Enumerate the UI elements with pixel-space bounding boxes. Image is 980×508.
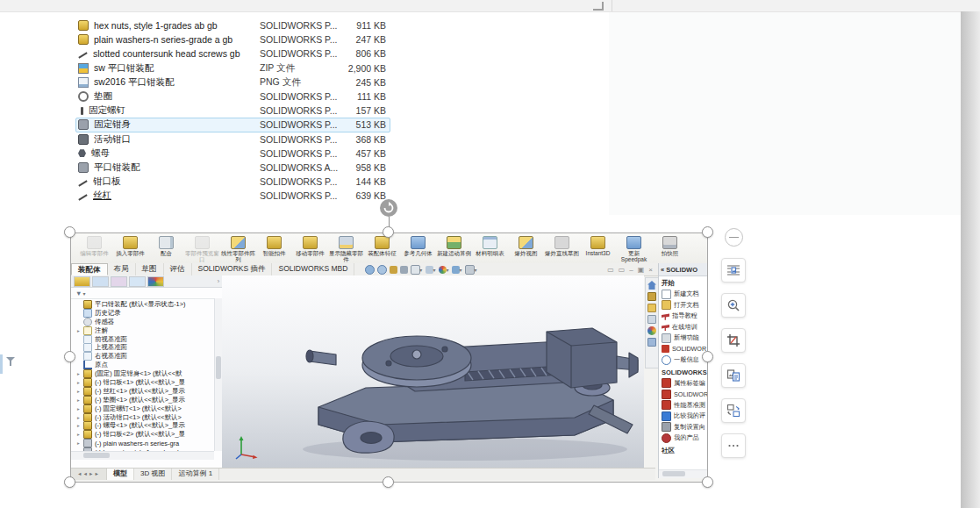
sw-headsup-button[interactable] — [377, 265, 386, 275]
view-palette-icon[interactable] — [647, 315, 656, 324]
file-row[interactable]: 固定钳身 SOLIDWORKS P... 513 KB — [75, 118, 390, 132]
expand-arrow-icon[interactable]: ▸ — [77, 440, 83, 446]
file-row[interactable]: 固定螺钉 SOLIDWORKS P... 157 KB — [75, 104, 390, 118]
file-explorer-icon[interactable] — [647, 304, 656, 312]
bottom-tab[interactable]: 运动算例 1 — [172, 469, 219, 480]
resize-handle-middle-left[interactable] — [64, 351, 75, 362]
sw-ribbon-tab[interactable]: 装配体 — [71, 263, 108, 275]
resize-handle-top-left[interactable] — [64, 226, 75, 238]
sw-headsup-button[interactable]: ▾ — [452, 266, 461, 274]
tree-item[interactable]: 原点 — [71, 361, 222, 369]
taskpane-item[interactable]: 新建文档 — [659, 289, 707, 300]
expand-arrow-icon[interactable]: ▸ — [77, 397, 83, 403]
sw-headsup-button[interactable]: ▾ — [411, 265, 422, 275]
sw-headsup-button[interactable] — [390, 266, 397, 274]
tree-item[interactable]: 右视基准面 — [71, 352, 222, 361]
sw-window-control-button[interactable]: ▭ — [619, 266, 626, 274]
file-row[interactable]: 平口钳装配 SOLIDWORKS A... 958 KB — [75, 161, 390, 175]
taskpane-scrollbar[interactable] — [659, 469, 707, 478]
resize-handle-bottom-left[interactable] — [64, 476, 75, 488]
taskpane-item[interactable]: 我的产品 — [659, 433, 707, 444]
tree-horizontal-scrollbar[interactable] — [71, 451, 214, 460]
expand-arrow-icon[interactable]: ▸ — [77, 415, 83, 420]
file-row[interactable]: sw2016 平口钳装配 PNG 文件 245 KB — [75, 75, 390, 89]
sw-command-button[interactable]: 更新 Speedpak — [616, 234, 652, 262]
custom-properties-icon[interactable] — [647, 338, 656, 347]
tree-item[interactable]: ▸ (-) 螺母<1> (默认<<默认>_显示 — [71, 421, 222, 430]
scrollbar-thumb[interactable] — [216, 356, 221, 379]
tree-item[interactable]: ▸ 注解 — [71, 326, 222, 335]
sw-ribbon-tab[interactable]: SOLIDWORKS 插件 — [192, 263, 273, 275]
sw-command-button[interactable]: 移动零部件 — [292, 234, 328, 256]
taskpane-item[interactable]: 复制设置向 — [659, 422, 707, 433]
resize-handle-top-center[interactable] — [383, 226, 394, 238]
propertymanager-tab-icon[interactable] — [92, 276, 109, 287]
tree-item[interactable]: ▸ (-) 钳口板<1> (默认<<默认>_显 — [71, 378, 222, 387]
sw-command-button[interactable]: 编辑零部件 — [76, 234, 112, 256]
design-library-icon[interactable] — [647, 292, 656, 301]
file-row[interactable]: plain washers-n series-grade a gb SOLIDW… — [75, 32, 390, 47]
configurationmanager-tab-icon[interactable] — [111, 276, 127, 287]
tree-item[interactable]: 历史记录 — [71, 309, 222, 318]
sw-command-button[interactable]: 爆炸视图 — [508, 234, 544, 256]
more-options-button[interactable] — [721, 433, 746, 458]
tree-vertical-scrollbar[interactable] — [214, 298, 222, 451]
taskpane-item[interactable]: 指导教程 — [659, 311, 707, 322]
appearances-icon[interactable] — [647, 326, 656, 335]
file-row[interactable]: 钳口板 SOLIDWORKS P... 144 KB — [75, 175, 390, 189]
sw-headsup-button[interactable]: ▾ — [439, 266, 448, 274]
resize-handle-top-right[interactable] — [702, 226, 713, 238]
sw-command-button[interactable]: 显示隐藏零部件 — [328, 234, 364, 262]
taskpane-item[interactable]: 性能基准测 — [659, 400, 707, 411]
sw-command-button[interactable]: 零部件预览窗口 — [184, 234, 220, 262]
expand-arrow-icon[interactable]: ▸ — [77, 432, 83, 437]
sw-headsup-button[interactable] — [365, 265, 374, 275]
tree-item[interactable]: ▸ (-) plain washers-n series-gra — [71, 439, 222, 447]
tree-item[interactable]: ▸ (固定) 固定钳身<1> (默认<<默 — [71, 369, 222, 378]
bottom-tab[interactable]: 3D 视图 — [134, 469, 172, 480]
tree-item[interactable]: 前视基准面 — [71, 335, 222, 344]
home-icon[interactable] — [647, 281, 656, 290]
file-row[interactable]: sw 平口钳装配 ZIP 文件 2,900 KB — [75, 61, 390, 75]
sw-command-button[interactable]: 插入零部件 — [112, 234, 148, 256]
taskpane-item[interactable]: 比较我的评 — [659, 411, 707, 422]
sw-command-button[interactable]: 新建运动算例 — [436, 234, 472, 256]
taskpane-item[interactable]: SOLIDWOR — [659, 389, 707, 400]
rotate-handle[interactable] — [380, 199, 397, 217]
tree-item[interactable]: ▸ (-) 活动钳口<1> (默认<<默认> — [71, 413, 222, 422]
crop-button[interactable] — [721, 328, 746, 353]
taskpane-item[interactable]: 打开文档 — [659, 300, 707, 311]
file-row[interactable]: 螺母 SOLIDWORKS P... 457 KB — [75, 147, 390, 161]
replace-rotate-button[interactable] — [721, 398, 746, 423]
bottom-tab[interactable]: 模型 — [107, 469, 134, 480]
tree-filter-row[interactable]: ▼ ▾ — [71, 288, 222, 299]
sw-command-button[interactable]: Instant3D — [580, 234, 616, 256]
expand-arrow-icon[interactable]: ▸ — [77, 406, 83, 411]
resize-handle-bottom-right[interactable] — [702, 476, 713, 488]
tree-item[interactable]: 平口钳装配 (默认<显示状态-1>) — [71, 300, 222, 309]
sw-window-control-button[interactable]: ▭ — [607, 266, 614, 274]
expand-arrow-icon[interactable]: ▸ — [77, 380, 83, 385]
sw-headsup-button[interactable]: ▾ — [465, 265, 476, 275]
taskpane-item[interactable]: SOLIDWOR — [659, 344, 707, 355]
sw-command-button[interactable]: 装配体特征 — [364, 234, 400, 256]
taskpane-header[interactable]: « SOLIDWO — [659, 263, 707, 276]
taskpane-item[interactable]: 新增功能 — [659, 333, 707, 344]
taskpane-item[interactable]: 属性标签编 — [659, 378, 707, 390]
file-row[interactable]: 丝杠 SOLIDWORKS P... 639 KB — [75, 189, 390, 203]
sw-command-button[interactable]: 线性零部件阵列 — [220, 234, 256, 262]
sw-command-button[interactable]: 智能扣件 — [256, 234, 292, 256]
file-row[interactable]: 垫圈 SOLIDWORKS P... 111 KB — [75, 89, 390, 104]
dimxpert-tab-icon[interactable] — [129, 276, 146, 287]
sw-command-button[interactable]: 配合 — [148, 234, 184, 256]
sw-ribbon-tab[interactable]: 草图 — [136, 263, 164, 275]
scrollbar-thumb[interactable] — [83, 453, 110, 458]
expand-arrow-icon[interactable]: ▸ — [77, 328, 83, 333]
tree-item[interactable]: ▸ (-) 丝杠<1> (默认<<默认>_显示 — [71, 387, 222, 396]
expand-arrow-icon[interactable]: ▸ — [77, 371, 83, 376]
sw-ribbon-tab[interactable]: 评估 — [164, 263, 192, 275]
scrollbar-thumb[interactable] — [662, 471, 685, 476]
sw-command-button[interactable]: 参考几何体 — [400, 234, 436, 256]
selected-image-frame[interactable]: 编辑零部件 插入零部件 配合 零部件预览窗口 — [70, 233, 708, 483]
displaymanager-tab-icon[interactable] — [147, 276, 164, 287]
